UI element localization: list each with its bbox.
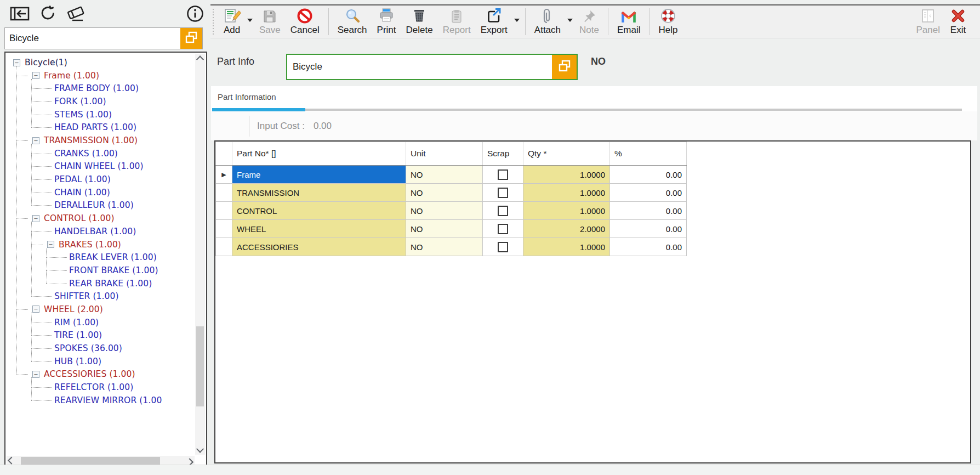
tree-item-head-parts-1-00[interactable]: HEAD PARTS (1.00) (31, 121, 136, 134)
toolbar-button-email[interactable]: Email (612, 7, 646, 37)
tree-item-rim-1-00[interactable]: RIM (1.00) (31, 316, 99, 329)
tree-item-deralleur-1-00[interactable]: DERALLEUR (1.00) (31, 199, 134, 212)
add-dropdown-caret[interactable] (246, 7, 254, 37)
cell-unit[interactable]: NO (406, 184, 483, 202)
tree-expander[interactable] (32, 371, 39, 378)
export-dropdown-caret[interactable] (512, 7, 521, 37)
tree-item-handelbar-1-00[interactable]: HANDELBAR (1.00) (31, 225, 136, 238)
tree-item-wheel-2-00[interactable]: WHEEL (2.00) (16, 303, 103, 316)
toolbar-button-save[interactable]: Save (254, 7, 286, 37)
attach-dropdown-caret[interactable] (566, 7, 574, 37)
tree-item-bicycle-1[interactable]: Bicycle(1) (13, 56, 67, 69)
scrap-checkbox[interactable] (498, 169, 508, 180)
tree-item-break-lever-1-00[interactable]: BREAK LEVER (1.00) (46, 251, 157, 264)
tree-item-chain-wheel-1-00[interactable]: CHAIN WHEEL (1.00) (31, 160, 144, 173)
cell-unit[interactable]: NO (406, 238, 483, 256)
cell-part-no[interactable]: TRANSMISSION (232, 184, 406, 202)
button-refresh[interactable] (38, 5, 58, 24)
cell-part-no[interactable]: ACCESSIORIES (232, 238, 406, 256)
row-indicator-cell[interactable] (216, 238, 232, 256)
tree-item-fork-1-00[interactable]: FORK (1.00) (31, 95, 106, 108)
tree-item-rearview-mirror-1-00[interactable]: REARVIEW MIRROR (1.00 (31, 394, 162, 407)
tree-expander[interactable] (32, 137, 39, 144)
tree-item-frame-1-00[interactable]: Frame (1.00) (16, 69, 99, 82)
toolbar-button-delete[interactable]: Delete (401, 7, 438, 37)
scroll-up-button[interactable] (195, 54, 205, 64)
tree-item-pedal-1-00[interactable]: PEDAL (1.00) (31, 173, 111, 186)
scroll-down-button[interactable] (195, 445, 205, 455)
cell-qty[interactable]: 1.0000 (523, 238, 610, 256)
cell-qty[interactable]: 1.0000 (523, 202, 610, 220)
grid-header-qty[interactable]: Qty * (523, 142, 610, 166)
cell-scrap[interactable] (483, 202, 523, 220)
tree-item-stems-1-00[interactable]: STEMS (1.00) (31, 108, 112, 121)
toolbar-button-export[interactable]: Export (476, 7, 512, 37)
tree-expander[interactable] (32, 306, 39, 313)
cell-qty[interactable]: 1.0000 (523, 166, 610, 184)
tree-item-refelctor-1-00[interactable]: REFELCTOR (1.00) (31, 381, 133, 394)
part-info-browse-button[interactable] (552, 55, 577, 79)
cell-percent[interactable]: 0.00 (610, 202, 687, 220)
vertical-scroll-thumb[interactable] (196, 326, 204, 406)
tree-item-tire-1-00[interactable]: TIRE (1.00) (31, 329, 102, 342)
cell-percent[interactable]: 0.00 (610, 184, 687, 202)
cell-part-no[interactable]: Frame (232, 166, 406, 184)
tree-expander[interactable] (13, 59, 20, 66)
tree-item-accessiories-1-00[interactable]: ACCESSIORIES (1.00) (16, 367, 135, 381)
tree-item-front-brake-1-00[interactable]: FRONT BRAKE (1.00) (46, 264, 158, 277)
tree-item-chain-1-00[interactable]: CHAIN (1.00) (31, 186, 110, 199)
toolbar-button-panel[interactable]: Panel (911, 7, 945, 37)
grid-header-part-no[interactable]: Part No* [] (232, 142, 406, 166)
cell-part-no[interactable]: CONTROL (232, 202, 406, 220)
button-collapse-panel[interactable] (9, 5, 31, 24)
scrap-checkbox[interactable] (498, 242, 508, 252)
cell-part-no[interactable]: WHEEL (232, 220, 406, 238)
toolbar-button-search[interactable]: Search (333, 7, 372, 37)
toolbar-button-attach[interactable]: Attach (529, 7, 566, 37)
tree-expander[interactable] (32, 72, 39, 79)
tree-search-browse-button[interactable] (180, 28, 202, 49)
grid-header-scrap[interactable]: Scrap (483, 142, 523, 166)
scrap-checkbox[interactable] (498, 224, 508, 234)
toolbar-button-report[interactable]: Report (438, 7, 476, 37)
tree-item-transmission-1-00[interactable]: TRANSMISSION (1.00) (16, 134, 138, 147)
button-eraser[interactable] (65, 5, 87, 24)
toolbar-button-add[interactable]: Add (218, 7, 246, 37)
tree-item-shifter-1-00[interactable]: SHIFTER (1.00) (31, 290, 119, 303)
cell-percent[interactable]: 0.00 (610, 220, 687, 238)
cell-qty[interactable]: 2.0000 (523, 220, 610, 238)
tree-item-brakes-1-00[interactable]: BRAKES (1.00) (31, 238, 121, 251)
toolbar-button-cancel[interactable]: Cancel (286, 7, 324, 37)
button-info[interactable] (185, 5, 205, 24)
row-indicator-cell[interactable] (216, 166, 232, 184)
tree-item-frame-body-1-00[interactable]: FRAME BODY (1.00) (31, 82, 139, 95)
part-info-input[interactable] (287, 55, 552, 79)
toolbar-button-help[interactable]: Help (653, 7, 682, 37)
tree-item-spokes-36-00[interactable]: SPOKES (36.00) (31, 342, 122, 355)
cell-percent[interactable]: 0.00 (610, 166, 687, 184)
cell-scrap[interactable] (483, 166, 523, 184)
tree-item-cranks-1-00[interactable]: CRANKS (1.00) (31, 147, 118, 160)
toolbar-button-exit[interactable]: Exit (945, 7, 971, 37)
tree-expander[interactable] (47, 241, 54, 248)
cell-scrap[interactable] (483, 238, 523, 256)
tree-vertical-scrollbar[interactable] (195, 54, 205, 455)
grid-header-unit[interactable]: Unit (406, 142, 483, 166)
row-indicator-cell[interactable] (216, 184, 232, 202)
tab-part-information[interactable]: Part Information (218, 92, 276, 101)
cell-percent[interactable]: 0.00 (610, 238, 687, 256)
cell-unit[interactable]: NO (406, 202, 483, 220)
tree-item-hub-1-00[interactable]: HUB (1.00) (31, 355, 101, 368)
toolbar-gripper[interactable] (213, 9, 215, 35)
row-indicator-cell[interactable] (216, 220, 232, 238)
cell-unit[interactable]: NO (406, 220, 483, 238)
cell-unit[interactable]: NO (406, 166, 483, 184)
scrap-checkbox[interactable] (498, 188, 508, 198)
toolbar-button-note[interactable]: Note (574, 7, 604, 37)
scrap-checkbox[interactable] (498, 206, 508, 216)
toolbar-button-print[interactable]: Print (372, 7, 401, 37)
grid-header-[interactable]: % (610, 142, 687, 166)
cell-scrap[interactable] (483, 220, 523, 238)
cell-scrap[interactable] (483, 184, 523, 202)
cell-qty[interactable]: 1.0000 (523, 184, 610, 202)
